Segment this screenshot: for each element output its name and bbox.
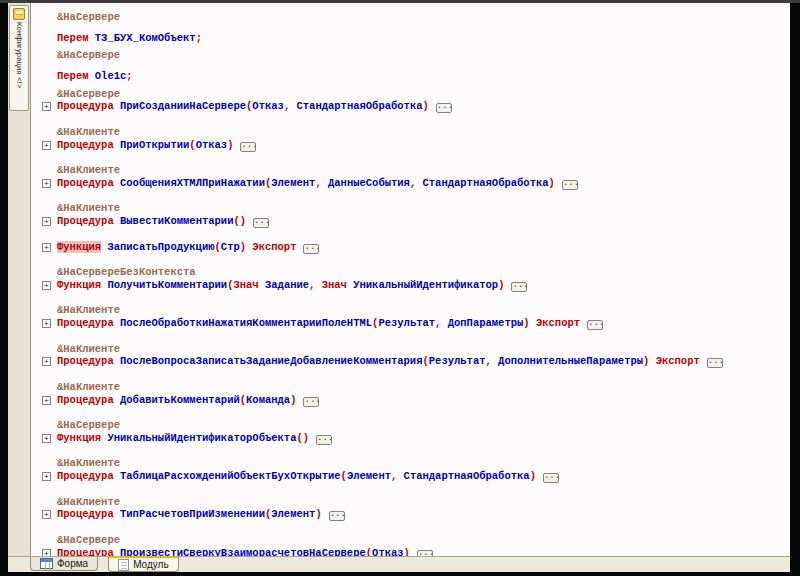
code-token: УникальныйИдентификатор [353,279,498,291]
collapse-expand-icon[interactable]: + [42,281,51,290]
code-line: &НаСервере [31,534,790,547]
code-line: +Функция ЗаписатьПродукцию(Стр) Экспорт.… [31,241,790,254]
code-token: &НаСервере [57,11,120,23]
code-token: ) [498,279,504,291]
code-token: ДобавитьКомментарий [120,394,240,406]
code-token: , [315,177,328,189]
code-line: +Функция ПолучитьКомментарии(Знач Задани… [31,279,790,292]
code-token: Процедура [57,177,120,189]
expand-collapsed-code-button[interactable]: ... [562,180,578,190]
code-line: &НаКлиенте [31,457,790,470]
code-token: , [435,317,448,329]
code-blank-line [31,368,790,381]
expand-collapsed-code-button[interactable]: ... [303,244,319,254]
code-token: УникальныйИдентификаторОбъекта [107,432,296,444]
collapse-expand-icon[interactable]: + [42,179,51,188]
code-token: &НаКлиенте [57,381,120,393]
code-token: ПриСозданииНаСервере [120,100,246,112]
code-token: &НаКлиенте [57,202,120,214]
code-token: Функция [57,432,107,444]
code-line: &НаСервере [31,419,790,432]
code-line: &НаКлиенте [31,126,790,139]
expand-collapsed-code-button[interactable]: ... [511,282,527,292]
code-line: &НаСервереБезКонтекста [31,266,790,279]
left-dock-panel: Конфигурация <!> [8,3,30,572]
code-token: Результат [378,317,435,329]
expand-collapsed-code-button[interactable]: ... [253,218,269,228]
code-token: &НаКлиенте [57,343,120,355]
code-token: ) [404,547,410,557]
collapse-expand-icon[interactable]: + [42,141,51,150]
collapse-expand-icon[interactable]: + [42,102,51,111]
tab-form[interactable]: Форма [30,557,98,571]
expand-collapsed-code-button[interactable]: ... [543,473,559,483]
code-token: &НаСервере [57,49,120,61]
collapse-expand-icon[interactable]: + [42,319,51,328]
module-icon [118,559,129,571]
code-token: ПолучитьКомментарии [107,279,227,291]
code-token: Процедура [57,100,120,112]
collapse-expand-icon[interactable]: + [42,549,51,557]
expand-collapsed-code-button[interactable]: ... [436,103,452,113]
collapse-expand-icon[interactable]: + [42,434,51,443]
collapse-expand-icon[interactable]: + [42,243,51,252]
code-token: ДопПараметры [448,317,524,329]
code-line: &НаКлиенте [31,343,790,356]
code-line: &НаКлиенте [31,381,790,394]
code-token: Результат [429,355,486,367]
collapse-expand-icon[interactable]: + [42,510,51,519]
tab-label: Модуль [133,559,168,570]
collapse-expand-icon[interactable]: + [42,357,51,366]
form-icon [40,558,53,569]
bottom-tabbar: ФормаМодуль [8,556,790,572]
code-line: &НаКлиенте [31,202,790,215]
code-blank-line [31,228,790,241]
code-token: ) [423,100,429,112]
code-blank-line [31,330,790,343]
code-token: Команда [246,394,290,406]
code-token: &НаКлиенте [57,304,120,316]
expand-collapsed-code-button[interactable]: ... [316,435,332,445]
code-token: Отказ [196,139,228,151]
code-token: ПослеВопросаЗаписатьЗаданиеДобавлениеКом… [120,355,422,367]
sidebar-tab-configuration[interactable]: Конфигурация <!> [9,5,29,111]
code-line: +Процедура ТаблицаРасхожденийОбъектБухОт… [31,470,790,483]
code-blank-line [31,253,790,266]
expand-collapsed-code-button[interactable]: ... [587,320,603,330]
module-code-editor[interactable]: &НаСервереПерем ТЗ_БУХ_КомОбъект;&НаСерв… [30,3,790,556]
code-token: Знач [322,279,354,291]
code-token: ТипРасчетовПриИзменении [120,508,265,520]
configuration-icon [13,8,25,20]
code-token: , [391,470,404,482]
code-blank-line [31,37,790,50]
sidebar-tab-label: Конфигурация <!> [15,22,24,88]
code-token: () [233,215,246,227]
code-token: ПриОткрытии [120,139,189,151]
code-token: Процедура [57,355,120,367]
collapse-expand-icon[interactable]: + [42,217,51,226]
code-token: &НаСервере [57,419,120,431]
code-blank-line [31,190,790,203]
code-token: ) [290,394,296,406]
code-area: &НаСервереПерем ТЗ_БУХ_КомОбъект;&НаСерв… [31,3,790,556]
tab-module[interactable]: Модуль [108,556,178,572]
code-token: ) [530,470,536,482]
collapse-expand-icon[interactable]: + [42,472,51,481]
code-token: ДанныеСобытия [328,177,410,189]
collapse-expand-icon[interactable]: + [42,396,51,405]
code-line: &НаСервере [31,49,790,62]
code-token: Процедура [57,508,120,520]
code-token: Экспорт [246,241,296,253]
code-line: Перем Ole1c; [31,62,790,75]
code-token: Задание [265,279,309,291]
code-token: ВывестиКомментарии [120,215,233,227]
code-line: &НаКлиенте [31,496,790,509]
code-token: () [296,432,309,444]
expand-collapsed-code-button[interactable]: ... [303,397,319,407]
expand-collapsed-code-button[interactable]: ... [240,142,256,152]
code-token: ЗаписатьПродукцию [101,241,214,253]
expand-collapsed-code-button[interactable]: ... [329,511,345,521]
expand-collapsed-code-button[interactable]: ... [707,358,723,368]
code-line: +Процедура ПослеВопросаЗаписатьЗаданиеДо… [31,355,790,368]
code-token: Стр [221,241,240,253]
